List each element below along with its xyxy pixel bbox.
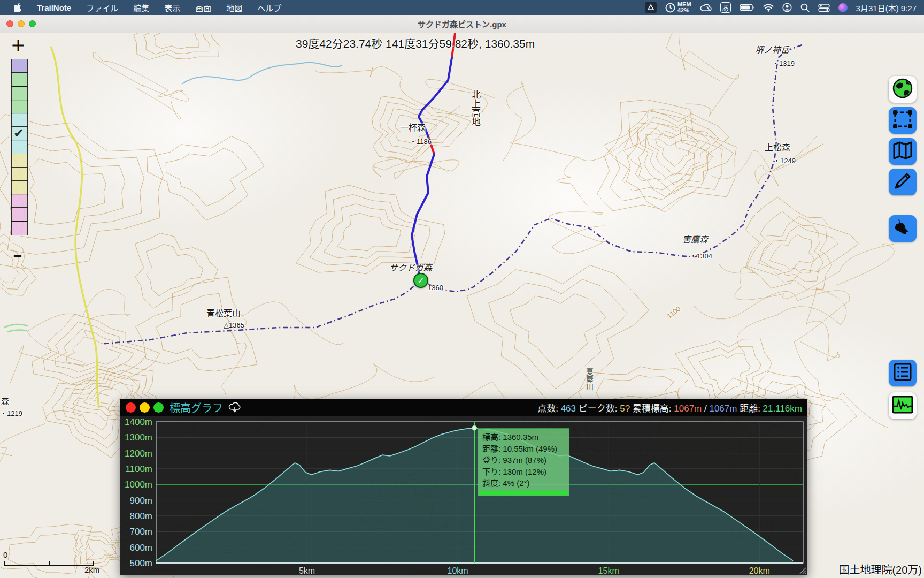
battery-status[interactable] bbox=[740, 0, 754, 15]
apple-icon bbox=[14, 3, 22, 12]
contour-line bbox=[747, 216, 832, 290]
contour-line bbox=[687, 346, 761, 402]
map-label: 害鷹森 bbox=[682, 232, 708, 245]
contour-line bbox=[93, 52, 189, 119]
palette-swatch-5[interactable]: ✔ bbox=[11, 126, 28, 141]
elevation-graph-panel[interactable]: 標高グラフ 点数: 463 ピーク数: 5? 累積標高: 1067m / 106… bbox=[120, 399, 807, 575]
map-sheets-button[interactable] bbox=[889, 138, 917, 165]
chart-tooltip: 標高: 1360.35m距離: 10.55km (49%)登り: 937m (8… bbox=[478, 428, 569, 496]
palette-swatch-8[interactable] bbox=[11, 167, 28, 181]
graph-close-button[interactable] bbox=[126, 402, 136, 413]
panel-resize-grip[interactable] bbox=[798, 566, 806, 574]
x-tick-label: 10km bbox=[448, 566, 468, 575]
menu-bar: TrailNote ファイル編集表示画面地図ヘルプ MEM 42% あ bbox=[0, 0, 924, 15]
map-label: 堺ノ神岳 bbox=[755, 43, 789, 56]
close-window-button[interactable] bbox=[6, 20, 13, 27]
palette-swatch-2[interactable] bbox=[11, 86, 28, 101]
user-icon bbox=[782, 3, 792, 12]
map-style-palette: ✔ bbox=[11, 60, 28, 235]
graph-stat-segment: 点数: bbox=[537, 404, 560, 414]
contour-line bbox=[73, 392, 114, 430]
waypoint-marker[interactable]: ✓ bbox=[413, 273, 428, 288]
siri-icon bbox=[838, 3, 848, 12]
graph-header: 標高グラフ 点数: 463 ピーク数: 5? 累積標高: 1067m / 106… bbox=[120, 399, 807, 416]
elevation-chart[interactable]: 500m600m700m800m900m1000m1100m1200m1300m… bbox=[120, 416, 807, 575]
zoom-out-button[interactable]: − bbox=[11, 250, 25, 262]
menu-item-0[interactable]: ファイル bbox=[79, 0, 126, 15]
contour-line bbox=[597, 100, 737, 211]
input-method-status[interactable]: あ bbox=[720, 0, 731, 15]
zoom-in-button[interactable]: ＋ bbox=[11, 41, 25, 52]
menu-status-area: MEM 42% あ bbox=[645, 0, 924, 15]
palette-swatch-9[interactable] bbox=[11, 180, 28, 195]
menu-item-5[interactable]: ヘルプ bbox=[250, 0, 289, 15]
minimize-window-button[interactable] bbox=[18, 20, 25, 27]
menu-app-name[interactable]: TrailNote bbox=[29, 0, 79, 15]
x-tick-label: 15km bbox=[598, 566, 619, 575]
control-center[interactable] bbox=[818, 0, 830, 15]
apple-menu[interactable] bbox=[6, 0, 29, 15]
tools-button[interactable] bbox=[889, 215, 917, 242]
globe-button[interactable] bbox=[889, 76, 917, 103]
menu-item-2[interactable]: 表示 bbox=[157, 0, 188, 15]
graph-stat-segment: 距離: bbox=[737, 404, 763, 414]
waveform-icon bbox=[892, 396, 913, 416]
map-label: ・1186 bbox=[410, 136, 432, 146]
graph-stat-segment: 累積標高: bbox=[630, 404, 674, 414]
map-label: ・1219 bbox=[0, 408, 22, 418]
palette-swatch-7[interactable] bbox=[11, 154, 28, 168]
wrench-icon bbox=[892, 217, 913, 240]
cloud-download-icon[interactable] bbox=[228, 401, 241, 413]
palette-swatch-12[interactable] bbox=[11, 221, 28, 235]
ime-icon: あ bbox=[720, 2, 731, 13]
trail-green-line bbox=[4, 324, 28, 332]
palette-swatch-6[interactable] bbox=[11, 140, 28, 154]
palette-swatch-11[interactable] bbox=[11, 207, 28, 222]
palette-swatch-3[interactable] bbox=[11, 100, 28, 114]
tooltip-line: 斜度: 4% (2°) bbox=[482, 477, 565, 489]
list-icon bbox=[892, 362, 913, 384]
map-label: 1360 bbox=[428, 284, 443, 292]
memory-status[interactable]: MEM 42% bbox=[665, 0, 691, 15]
graph-stat-segment: 1067m bbox=[709, 404, 737, 414]
pencil-icon bbox=[892, 171, 913, 193]
palette-swatch-0[interactable] bbox=[11, 59, 28, 73]
select-region-button[interactable] bbox=[889, 107, 917, 134]
palette-swatch-10[interactable] bbox=[11, 194, 28, 208]
wifi-status[interactable] bbox=[763, 0, 774, 15]
app-status-icon[interactable] bbox=[645, 0, 657, 15]
palette-swatch-1[interactable] bbox=[11, 72, 28, 87]
contour-line bbox=[166, 148, 247, 207]
battery-icon bbox=[740, 4, 754, 11]
contour-line bbox=[0, 410, 84, 476]
contour-line bbox=[666, 33, 738, 116]
menu-item-3[interactable]: 画面 bbox=[188, 0, 219, 15]
siri-status[interactable] bbox=[838, 0, 848, 15]
zoom-window-button[interactable] bbox=[29, 20, 36, 27]
map-label: ・1319 bbox=[772, 58, 795, 68]
user-status[interactable] bbox=[782, 0, 792, 15]
graph-zoom-button[interactable] bbox=[153, 402, 164, 413]
contour-line bbox=[147, 136, 264, 220]
cloud-status[interactable] bbox=[700, 0, 712, 15]
y-tick-label: 1000m bbox=[125, 480, 152, 490]
contour-line bbox=[55, 329, 134, 372]
contour-line bbox=[745, 197, 859, 288]
menu-item-1[interactable]: 編集 bbox=[126, 0, 157, 15]
map-label: 上松森 bbox=[765, 140, 790, 153]
palette-check-icon: ✔ bbox=[13, 126, 24, 141]
elevation-graph-button[interactable] bbox=[889, 392, 917, 419]
contour-line bbox=[549, 156, 606, 254]
spotlight-search[interactable] bbox=[800, 0, 810, 15]
contour-line bbox=[623, 139, 713, 197]
palette-swatch-4[interactable] bbox=[11, 113, 28, 127]
window-title-bar: サクドガ森ピストン.gpx bbox=[0, 15, 924, 33]
menu-item-4[interactable]: 地図 bbox=[219, 0, 250, 15]
scale-line bbox=[4, 563, 94, 566]
map-label: 北上高地 bbox=[468, 90, 482, 126]
list-button[interactable] bbox=[889, 360, 917, 386]
menu-datetime[interactable]: 3月31日(木) 9:27 bbox=[856, 0, 917, 15]
graph-minimize-button[interactable] bbox=[140, 402, 150, 413]
edit-button[interactable] bbox=[889, 169, 917, 195]
clock-icon bbox=[665, 3, 675, 13]
